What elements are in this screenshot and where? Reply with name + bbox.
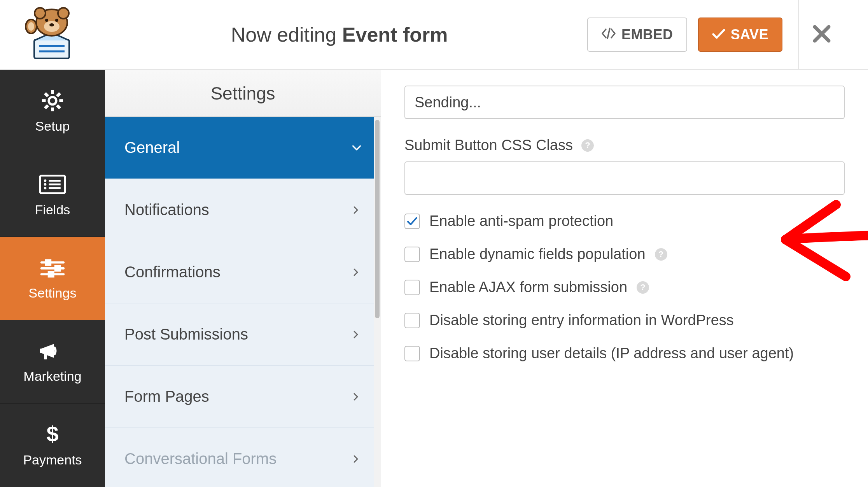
- svg-point-4: [35, 8, 46, 19]
- svg-text:$: $: [46, 422, 58, 446]
- checkbox-icon[interactable]: [404, 214, 420, 229]
- sidebar-label: Payments: [23, 452, 82, 468]
- sidebar-label: Settings: [29, 286, 77, 301]
- svg-point-9: [49, 23, 54, 26]
- settings-tab-label: Conversational Forms: [124, 450, 276, 468]
- checkbox-icon[interactable]: [404, 346, 420, 361]
- checkbox-label: Enable anti-spam protection: [429, 213, 613, 229]
- checkbox-label: Disable storing user details (IP address…: [429, 345, 794, 362]
- settings-tab-general[interactable]: General: [105, 117, 381, 179]
- chevron-right-icon: [351, 205, 363, 215]
- sidebar-item-settings[interactable]: Settings: [0, 237, 105, 320]
- settings-tab-conversational-forms[interactable]: Conversational Forms: [105, 428, 381, 487]
- wpforms-bear-icon: [19, 5, 82, 65]
- checkbox-label: Enable dynamic fields population: [429, 246, 646, 263]
- scrollbar-thumb[interactable]: [375, 120, 380, 318]
- help-icon[interactable]: ?: [637, 281, 649, 294]
- settings-tab-form-pages[interactable]: Form Pages: [105, 366, 381, 428]
- embed-button[interactable]: EMBED: [587, 18, 687, 52]
- checkbox-icon[interactable]: [404, 313, 420, 328]
- settings-panel-scrollbar[interactable]: [374, 117, 381, 487]
- sliders-icon: [39, 256, 66, 279]
- submit-processing-text-field: [404, 86, 845, 119]
- checkbox-label: Disable storing entry information in Wor…: [429, 312, 734, 329]
- close-icon: [812, 25, 831, 45]
- form-name: Event form: [342, 23, 448, 46]
- bullhorn-icon: [39, 339, 66, 363]
- settings-tab-label: General: [124, 139, 180, 156]
- sidebar-label: Setup: [35, 119, 70, 134]
- sidebar-label: Fields: [35, 202, 70, 217]
- settings-panel-list: General Notifications Confirmations Post…: [105, 117, 381, 487]
- dollar-icon: $: [39, 423, 66, 446]
- settings-panel: Settings General Notifications Confirmat…: [105, 70, 381, 487]
- checkbox-ajax-submission[interactable]: Enable AJAX form submission ?: [404, 279, 845, 296]
- settings-tab-label: Form Pages: [124, 388, 209, 405]
- header-buttons: EMBED SAVE: [587, 18, 782, 52]
- checkmark-icon: [712, 26, 725, 43]
- gear-icon: [39, 89, 66, 112]
- embed-label: EMBED: [621, 26, 673, 43]
- checkbox-icon[interactable]: [404, 247, 420, 262]
- chevron-right-icon: [351, 268, 363, 277]
- chevron-right-icon: [351, 392, 363, 401]
- chevron-right-icon: [351, 454, 363, 464]
- svg-rect-34: [40, 349, 43, 353]
- settings-tab-label: Confirmations: [124, 263, 220, 281]
- settings-tab-label: Notifications: [124, 201, 209, 219]
- svg-line-17: [45, 93, 48, 96]
- svg-point-22: [44, 179, 47, 182]
- svg-point-11: [28, 22, 34, 31]
- sidebar-item-marketing[interactable]: Marketing: [0, 320, 105, 403]
- list-icon: [39, 173, 66, 196]
- editing-title: Now editing Event form: [91, 23, 587, 46]
- save-label: SAVE: [731, 26, 768, 43]
- sidebar-label: Marketing: [23, 369, 81, 384]
- svg-line-20: [45, 105, 48, 109]
- checkbox-disable-entry-storage[interactable]: Disable storing entry information in Wor…: [404, 312, 845, 329]
- svg-point-5: [58, 8, 69, 19]
- svg-rect-0: [34, 40, 69, 58]
- svg-rect-35: [44, 353, 47, 359]
- submit-processing-text-input[interactable]: [404, 86, 845, 119]
- svg-line-18: [57, 105, 60, 109]
- help-icon[interactable]: ?: [581, 139, 594, 152]
- svg-rect-31: [56, 266, 60, 270]
- editing-prefix: Now editing: [231, 23, 342, 46]
- help-icon[interactable]: ?: [655, 248, 667, 261]
- svg-point-24: [44, 187, 47, 189]
- svg-rect-33: [49, 272, 53, 276]
- app-logo: [10, 5, 91, 65]
- svg-line-19: [57, 93, 60, 96]
- settings-general-content: Submit Button CSS Class ? Enable anti-sp…: [381, 70, 868, 487]
- checkbox-icon[interactable]: [404, 280, 420, 295]
- primary-sidebar: Setup Fields Settings Marketing: [0, 70, 105, 487]
- save-button[interactable]: SAVE: [698, 18, 782, 52]
- chevron-right-icon: [351, 330, 363, 339]
- chevron-down-icon: [351, 142, 363, 153]
- sidebar-item-payments[interactable]: $ Payments: [0, 404, 105, 487]
- svg-point-12: [49, 97, 56, 105]
- annotation-arrow: [778, 197, 868, 282]
- settings-tab-confirmations[interactable]: Confirmations: [105, 241, 381, 303]
- settings-tab-post-submissions[interactable]: Post Submissions: [105, 303, 381, 366]
- checkbox-dynamic-fields[interactable]: Enable dynamic fields population ?: [404, 246, 845, 263]
- svg-point-8: [55, 19, 58, 22]
- checkbox-disable-user-details[interactable]: Disable storing user details (IP address…: [404, 345, 845, 362]
- settings-tab-label: Post Submissions: [124, 326, 248, 343]
- field-label-row: Submit Button CSS Class ?: [404, 137, 845, 154]
- editor-body: Setup Fields Settings Marketing: [0, 70, 868, 487]
- field-label-text: Submit Button CSS Class: [404, 137, 573, 154]
- code-icon: [601, 26, 616, 43]
- checkbox-anti-spam[interactable]: Enable anti-spam protection: [404, 213, 845, 229]
- checkbox-label: Enable AJAX form submission: [429, 279, 627, 296]
- submit-button-css-input[interactable]: [404, 161, 845, 195]
- sidebar-item-fields[interactable]: Fields: [0, 153, 105, 236]
- submit-button-css-field: Submit Button CSS Class ?: [404, 137, 845, 195]
- svg-point-7: [45, 19, 48, 22]
- sidebar-item-setup[interactable]: Setup: [0, 70, 105, 153]
- settings-tab-notifications[interactable]: Notifications: [105, 179, 381, 241]
- svg-point-23: [44, 183, 47, 186]
- close-button[interactable]: [798, 0, 845, 70]
- settings-panel-title: Settings: [105, 70, 381, 117]
